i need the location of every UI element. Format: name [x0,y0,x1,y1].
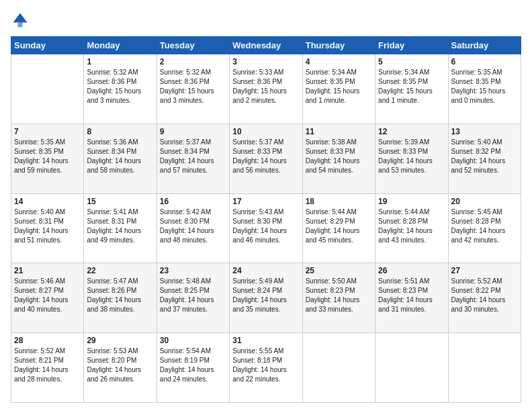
calendar-cell [375,333,448,403]
calendar-cell: 20Sunrise: 5:45 AMSunset: 8:28 PMDayligh… [448,193,521,263]
calendar-cell [302,333,375,403]
day-number: 27 [451,266,518,275]
calendar-cell: 12Sunrise: 5:39 AMSunset: 8:33 PMDayligh… [375,124,448,193]
day-number: 1 [87,57,153,66]
calendar-cell: 18Sunrise: 5:44 AMSunset: 8:29 PMDayligh… [302,193,375,263]
day-number: 8 [87,127,153,136]
calendar-cell: 26Sunrise: 5:51 AMSunset: 8:23 PMDayligh… [375,263,448,333]
calendar-cell: 7Sunrise: 5:35 AMSunset: 8:35 PMDaylight… [11,124,84,193]
day-number: 7 [14,127,81,136]
cell-content: Sunrise: 5:34 AMSunset: 8:35 PMDaylight:… [306,68,372,105]
cell-content: Sunrise: 5:44 AMSunset: 8:29 PMDaylight:… [306,208,372,245]
header-cell-saturday: Saturday [448,37,521,54]
cell-content: Sunrise: 5:37 AMSunset: 8:34 PMDaylight:… [160,138,226,175]
cell-content: Sunrise: 5:44 AMSunset: 8:28 PMDaylight:… [378,208,445,245]
cell-content: Sunrise: 5:48 AMSunset: 8:25 PMDaylight:… [160,277,226,314]
week-row-1: 1Sunrise: 5:32 AMSunset: 8:36 PMDaylight… [11,54,521,124]
day-number: 10 [232,127,299,136]
header-cell-tuesday: Tuesday [157,37,229,54]
week-row-2: 7Sunrise: 5:35 AMSunset: 8:35 PMDaylight… [11,124,521,193]
day-number: 14 [14,197,81,206]
calendar-cell: 21Sunrise: 5:46 AMSunset: 8:27 PMDayligh… [11,263,84,333]
calendar-cell: 3Sunrise: 5:33 AMSunset: 8:36 PMDaylight… [230,54,302,124]
calendar-cell: 6Sunrise: 5:35 AMSunset: 8:35 PMDaylight… [448,54,521,124]
cell-content: Sunrise: 5:42 AMSunset: 8:30 PMDaylight:… [160,208,226,245]
calendar-body: 1Sunrise: 5:32 AMSunset: 8:36 PMDaylight… [11,54,521,403]
cell-content: Sunrise: 5:35 AMSunset: 8:35 PMDaylight:… [451,68,518,105]
day-number: 17 [232,197,299,206]
day-number: 26 [378,266,445,275]
cell-content: Sunrise: 5:39 AMSunset: 8:33 PMDaylight:… [378,138,445,175]
header-row: SundayMondayTuesdayWednesdayThursdayFrid… [11,37,521,54]
calendar-cell: 23Sunrise: 5:48 AMSunset: 8:25 PMDayligh… [157,263,229,333]
calendar-cell: 22Sunrise: 5:47 AMSunset: 8:26 PMDayligh… [84,263,157,333]
calendar-cell: 10Sunrise: 5:37 AMSunset: 8:33 PMDayligh… [230,124,302,193]
cell-content: Sunrise: 5:51 AMSunset: 8:23 PMDaylight:… [378,277,445,314]
header-cell-thursday: Thursday [302,37,375,54]
calendar-cell: 13Sunrise: 5:40 AMSunset: 8:32 PMDayligh… [448,124,521,193]
calendar-cell [448,333,521,403]
calendar-page: SundayMondayTuesdayWednesdayThursdayFrid… [0,0,532,411]
calendar-cell: 1Sunrise: 5:32 AMSunset: 8:36 PMDaylight… [84,54,157,124]
logo [11,11,32,30]
cell-content: Sunrise: 5:52 AMSunset: 8:22 PMDaylight:… [451,277,518,314]
cell-content: Sunrise: 5:37 AMSunset: 8:33 PMDaylight:… [232,138,299,175]
day-number: 18 [306,197,372,206]
calendar-cell: 29Sunrise: 5:53 AMSunset: 8:20 PMDayligh… [84,333,157,403]
calendar-cell: 5Sunrise: 5:34 AMSunset: 8:35 PMDaylight… [375,54,448,124]
day-number: 30 [160,336,226,345]
calendar-cell: 8Sunrise: 5:36 AMSunset: 8:34 PMDaylight… [84,124,157,193]
cell-content: Sunrise: 5:46 AMSunset: 8:27 PMDaylight:… [14,277,81,314]
cell-content: Sunrise: 5:34 AMSunset: 8:35 PMDaylight:… [378,68,445,105]
week-row-3: 14Sunrise: 5:40 AMSunset: 8:31 PMDayligh… [11,193,521,263]
svg-rect-1 [18,23,23,28]
calendar-cell: 2Sunrise: 5:32 AMSunset: 8:36 PMDaylight… [157,54,229,124]
calendar-cell: 14Sunrise: 5:40 AMSunset: 8:31 PMDayligh… [11,193,84,263]
calendar-cell: 30Sunrise: 5:54 AMSunset: 8:19 PMDayligh… [157,333,229,403]
header [11,11,521,30]
day-number: 21 [14,266,81,275]
cell-content: Sunrise: 5:49 AMSunset: 8:24 PMDaylight:… [232,277,299,314]
day-number: 31 [232,336,299,345]
calendar-cell: 27Sunrise: 5:52 AMSunset: 8:22 PMDayligh… [448,263,521,333]
day-number: 25 [306,266,372,275]
cell-content: Sunrise: 5:47 AMSunset: 8:26 PMDaylight:… [87,277,153,314]
day-number: 15 [87,197,153,206]
day-number: 16 [160,197,226,206]
day-number: 2 [160,57,226,66]
calendar-cell: 17Sunrise: 5:43 AMSunset: 8:30 PMDayligh… [230,193,302,263]
cell-content: Sunrise: 5:54 AMSunset: 8:19 PMDaylight:… [160,347,226,384]
calendar-cell: 16Sunrise: 5:42 AMSunset: 8:30 PMDayligh… [157,193,229,263]
cell-content: Sunrise: 5:45 AMSunset: 8:28 PMDaylight:… [451,208,518,245]
header-cell-friday: Friday [375,37,448,54]
header-cell-wednesday: Wednesday [230,37,302,54]
svg-marker-0 [13,13,28,23]
day-number: 19 [378,197,445,206]
day-number: 11 [306,127,372,136]
day-number: 28 [14,336,81,345]
day-number: 9 [160,127,226,136]
cell-content: Sunrise: 5:32 AMSunset: 8:36 PMDaylight:… [87,68,153,105]
calendar-table: SundayMondayTuesdayWednesdayThursdayFrid… [11,36,521,403]
day-number: 3 [232,57,299,66]
calendar-cell: 25Sunrise: 5:50 AMSunset: 8:23 PMDayligh… [302,263,375,333]
calendar-cell [11,54,84,124]
calendar-header: SundayMondayTuesdayWednesdayThursdayFrid… [11,37,521,54]
cell-content: Sunrise: 5:53 AMSunset: 8:20 PMDaylight:… [87,347,153,384]
cell-content: Sunrise: 5:38 AMSunset: 8:33 PMDaylight:… [306,138,372,175]
calendar-cell: 24Sunrise: 5:49 AMSunset: 8:24 PMDayligh… [230,263,302,333]
header-cell-sunday: Sunday [11,37,84,54]
day-number: 6 [451,57,518,66]
day-number: 29 [87,336,153,345]
calendar-cell: 4Sunrise: 5:34 AMSunset: 8:35 PMDaylight… [302,54,375,124]
day-number: 23 [160,266,226,275]
cell-content: Sunrise: 5:52 AMSunset: 8:21 PMDaylight:… [14,347,81,384]
day-number: 5 [378,57,445,66]
header-cell-monday: Monday [84,37,157,54]
calendar-cell: 19Sunrise: 5:44 AMSunset: 8:28 PMDayligh… [375,193,448,263]
cell-content: Sunrise: 5:50 AMSunset: 8:23 PMDaylight:… [306,277,372,314]
logo-icon [11,11,30,30]
week-row-5: 28Sunrise: 5:52 AMSunset: 8:21 PMDayligh… [11,333,521,403]
cell-content: Sunrise: 5:40 AMSunset: 8:32 PMDaylight:… [451,138,518,175]
cell-content: Sunrise: 5:41 AMSunset: 8:31 PMDaylight:… [87,208,153,245]
